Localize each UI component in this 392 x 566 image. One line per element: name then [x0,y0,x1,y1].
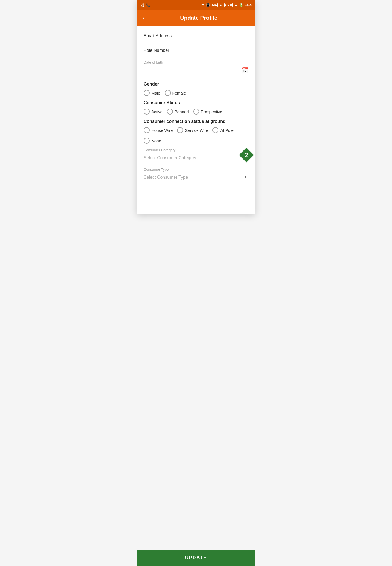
connection-servicewire-radio[interactable] [177,127,183,133]
status-active-label: Active [151,109,163,114]
gender-female-label: Female [172,91,186,95]
status-bar-left: 🖼 📞 [140,3,150,7]
connection-housewire-option[interactable]: House Wire [144,127,173,133]
status-banned-label: Banned [175,109,189,114]
dob-input[interactable] [144,66,248,74]
lte-r-icon: LTE R [224,3,233,7]
app-header: ← Update Profile [137,10,255,26]
connection-status-label: Consumer connection status at ground [144,119,248,124]
connection-status-radio-group: House Wire Service Wire At Pole None [144,127,248,144]
connection-status-section: Consumer connection status at ground Hou… [144,119,248,144]
gender-radio-group: Male Female [144,90,248,96]
lte-icon: LTE [212,3,218,7]
status-bar: 🖼 📞 ✱ 📳 LTE ▲ LTE R ▲ 🔋 1:14 [137,0,255,10]
consumer-status-label: Consumer Status [144,100,248,105]
connection-none-label: None [151,138,161,143]
consumer-type-wrapper: Select Consumer Type ▼ [144,173,248,181]
status-banned-option[interactable]: Banned [167,109,189,115]
gender-female-radio[interactable] [165,90,171,96]
consumer-category-select[interactable]: Select Consumer Category [144,153,248,162]
gender-male-option[interactable]: Male [144,90,160,96]
vibrate-icon: 📳 [206,3,210,7]
badge-value: 2 [245,152,248,159]
consumer-category-container: Consumer Category Select Consumer Catego… [144,148,248,162]
status-bar-right: ✱ 📳 LTE ▲ LTE R ▲ 🔋 1:14 [201,3,252,7]
dob-field-group: Date of birth 📅 [144,60,248,76]
consumer-status-radio-group: Active Banned Prospective [144,109,248,115]
gender-male-label: Male [151,91,160,95]
status-prospective-label: Prospective [201,109,222,114]
connection-atpole-radio[interactable] [212,127,218,133]
consumer-category-label: Consumer Category [144,148,248,152]
phone-container: 🖼 📞 ✱ 📳 LTE ▲ LTE R ▲ 🔋 1:14 ← Update Pr… [137,0,255,214]
gender-section: Gender Male Female [144,82,248,96]
bluetooth-icon: ✱ [201,3,204,7]
status-active-radio[interactable] [144,109,150,115]
form-content: Date of birth 📅 Gender Male Female [137,26,255,214]
connection-atpole-option[interactable]: At Pole [212,127,233,133]
status-prospective-option[interactable]: Prospective [193,109,222,115]
back-button[interactable]: ← [141,14,148,22]
consumer-status-section: Consumer Status Active Banned Prospectiv… [144,100,248,115]
gender-female-option[interactable]: Female [165,90,186,96]
signal2-icon: ▲ [234,3,238,7]
status-active-option[interactable]: Active [144,109,163,115]
pole-number-field-group [144,46,248,55]
dob-label: Date of birth [144,60,248,64]
time-display: 1:14 [245,3,252,7]
connection-atpole-label: At Pole [220,128,233,133]
consumer-type-label: Consumer Type [144,167,248,172]
consumer-type-select[interactable]: Select Consumer Type [144,173,248,181]
gender-male-radio[interactable] [144,90,150,96]
connection-housewire-label: House Wire [151,128,173,133]
connection-servicewire-option[interactable]: Service Wire [177,127,208,133]
calendar-icon[interactable]: 📅 [241,67,248,74]
page-title: Update Profile [154,15,244,21]
consumer-category-wrapper: Select Consumer Category ▼ [144,153,248,162]
consumer-category-field: Consumer Category Select Consumer Catego… [144,148,248,162]
dob-field-wrapper: 📅 [144,66,248,76]
battery-icon: 🔋 [239,3,243,7]
signal-icon: ▲ [219,3,223,7]
connection-none-option[interactable]: None [144,138,161,144]
consumer-type-field: Consumer Type Select Consumer Type ▼ [144,167,248,181]
phone-icon: 📞 [146,3,150,7]
gender-label: Gender [144,82,248,87]
email-input[interactable] [144,31,248,40]
status-banned-radio[interactable] [167,109,173,115]
connection-servicewire-label: Service Wire [185,128,208,133]
connection-housewire-radio[interactable] [144,127,150,133]
email-field-group [144,31,248,40]
image-icon: 🖼 [140,3,144,7]
pole-number-input[interactable] [144,46,248,55]
connection-none-radio[interactable] [144,138,150,144]
status-prospective-radio[interactable] [193,109,199,115]
